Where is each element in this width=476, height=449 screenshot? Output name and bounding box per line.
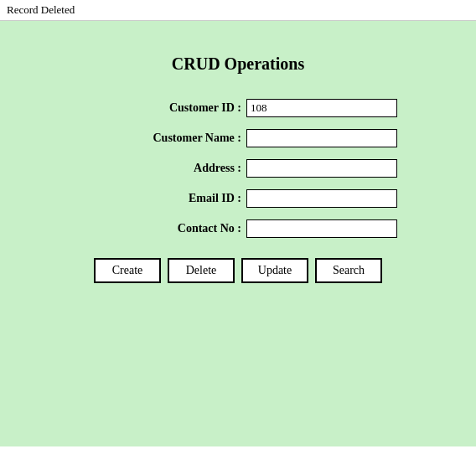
buttons-row: Create Delete Update Search xyxy=(79,258,397,283)
form-row-contact-no: Contact No : xyxy=(79,219,397,238)
label-address: Address : xyxy=(107,162,241,175)
create-button[interactable]: Create xyxy=(94,258,161,283)
status-bar: Record Deleted xyxy=(0,0,476,21)
search-button[interactable]: Search xyxy=(315,258,382,283)
update-button[interactable]: Update xyxy=(241,258,308,283)
input-contact-no[interactable] xyxy=(246,219,397,238)
form-row-email-id: Email ID : xyxy=(79,189,397,208)
form-row-customer-id: Customer ID : xyxy=(79,99,397,117)
input-customer-name[interactable] xyxy=(246,129,397,147)
form-row-address: Address : xyxy=(79,159,397,178)
input-email-id[interactable] xyxy=(246,189,397,208)
status-message: Record Deleted xyxy=(7,3,75,16)
page-title: CRUD Operations xyxy=(172,54,304,74)
label-customer-id: Customer ID : xyxy=(107,101,241,115)
label-email-id: Email ID : xyxy=(107,192,241,205)
input-customer-id[interactable] xyxy=(246,99,397,117)
form-row-customer-name: Customer Name : xyxy=(79,129,397,147)
main-content: CRUD Operations Customer ID : Customer N… xyxy=(0,21,476,446)
input-address[interactable] xyxy=(246,159,397,178)
label-customer-name: Customer Name : xyxy=(107,132,241,145)
label-contact-no: Contact No : xyxy=(107,222,241,235)
delete-button[interactable]: Delete xyxy=(168,258,235,283)
form-container: Customer ID : Customer Name : Address : … xyxy=(79,99,397,283)
